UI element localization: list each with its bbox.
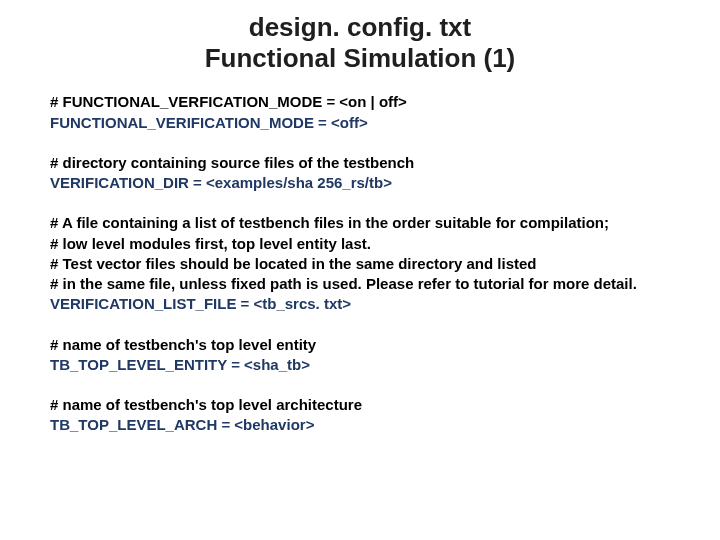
config-section: # name of testbench's top level architec… [50, 395, 670, 436]
config-line: # name of testbench's top level entity [50, 335, 670, 355]
config-line: VERIFICATION_LIST_FILE = <tb_srcs. txt> [50, 294, 670, 314]
config-section: # A file containing a list of testbench … [50, 213, 670, 314]
config-line: VERIFICATION_DIR = <examples/sha 256_rs/… [50, 173, 670, 193]
config-section: # directory containing source files of t… [50, 153, 670, 194]
config-section: # name of testbench's top level entityTB… [50, 335, 670, 376]
config-line: TB_TOP_LEVEL_ENTITY = <sha_tb> [50, 355, 670, 375]
title-line-2: Functional Simulation (1) [50, 43, 670, 74]
config-line: # directory containing source files of t… [50, 153, 670, 173]
config-line: FUNCTIONAL_VERIFICATION_MODE = <off> [50, 113, 670, 133]
slide-title: design. config. txt Functional Simulatio… [50, 12, 670, 74]
config-line: TB_TOP_LEVEL_ARCH = <behavior> [50, 415, 670, 435]
slide-body: # FUNCTIONAL_VERFICATION_MODE = <on | of… [50, 92, 670, 435]
config-line: # low level modules first, top level ent… [50, 234, 670, 254]
config-line: # A file containing a list of testbench … [50, 213, 670, 233]
config-line: # name of testbench's top level architec… [50, 395, 670, 415]
config-section: # FUNCTIONAL_VERFICATION_MODE = <on | of… [50, 92, 670, 133]
config-line: # FUNCTIONAL_VERFICATION_MODE = <on | of… [50, 92, 670, 112]
config-line: # Test vector files should be located in… [50, 254, 670, 274]
title-line-1: design. config. txt [50, 12, 670, 43]
config-line: # in the same file, unless fixed path is… [50, 274, 670, 294]
